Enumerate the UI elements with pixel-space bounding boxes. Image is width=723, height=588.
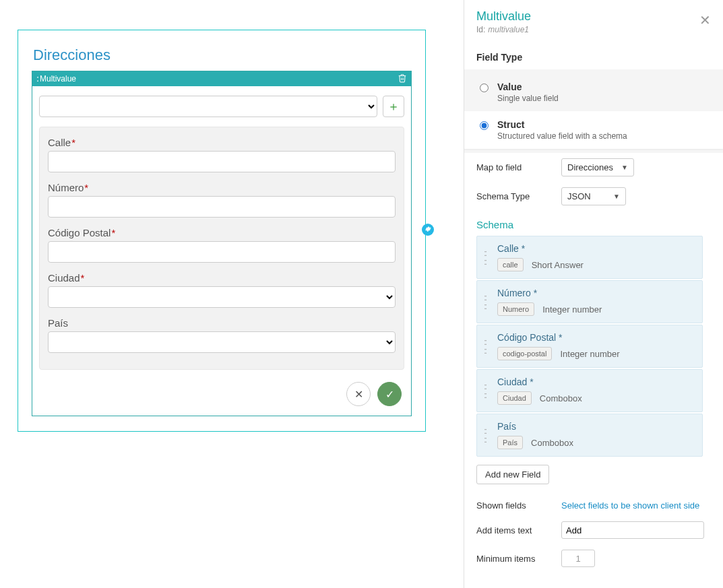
schema-list: Calle *calleShort AnswerNúmero *NumeroIn… (464, 236, 723, 457)
field-label: Ciudad* (48, 272, 396, 284)
field-input[interactable] (48, 241, 396, 263)
add-item-button[interactable]: ＋ (383, 96, 404, 117)
drag-handle-icon[interactable]: ::: (36, 74, 37, 84)
settings-badge[interactable] (422, 224, 434, 236)
schema-heading: Schema (464, 211, 723, 236)
schema-item[interactable]: Ciudad *CiudadCombobox (476, 369, 703, 412)
schema-item-chip: Ciudad (497, 391, 532, 405)
add-items-text-label: Add items text (476, 525, 552, 535)
minimum-items-label: Minimum items (476, 554, 552, 564)
schema-item-title: Calle * (497, 243, 695, 254)
cancel-button[interactable]: ✕ (346, 382, 371, 406)
schema-item-chip: Numero (497, 302, 534, 316)
drag-handle-icon[interactable] (484, 248, 492, 267)
schema-item[interactable]: Código Postal *codigo-postalInteger numb… (476, 325, 703, 368)
schema-item-title: País (497, 421, 695, 432)
section-card[interactable]: Direcciones ::: Multivalue ＋ Ca (18, 30, 426, 432)
field-1: Número* (48, 182, 396, 218)
radio-struct[interactable] (480, 121, 489, 130)
field-2: Código Postal* (48, 227, 396, 263)
schema-item-chip: codigo-postal (497, 347, 552, 360)
field-input[interactable] (48, 196, 396, 218)
plus-icon: ＋ (387, 98, 400, 115)
shown-fields-select[interactable]: Select fields to be shown client side (561, 500, 699, 511)
close-panel-button[interactable]: ✕ (699, 12, 711, 28)
field-label: Calle* (48, 137, 396, 148)
schema-item-title: Ciudad * (497, 377, 695, 387)
section-title: Direcciones (18, 37, 425, 71)
properties-panel: Multivalue Id:multivalue1 ✕ Field Type V… (464, 0, 723, 588)
schema-item-type: Integer number (542, 304, 602, 315)
schema-item-title: Número * (497, 288, 695, 298)
drag-handle-icon[interactable] (484, 426, 492, 445)
field-label: Número* (48, 182, 396, 193)
field-label: Código Postal* (48, 227, 396, 238)
drag-handle-icon[interactable] (484, 292, 492, 311)
panel-id: Id:multivalue1 (476, 25, 711, 34)
schema-item-chip: País (497, 436, 523, 449)
close-icon: ✕ (354, 388, 363, 401)
multivalue-widget[interactable]: ::: Multivalue ＋ Calle*Número*Código Pos… (32, 71, 412, 416)
map-to-field-label: Map to field (476, 162, 552, 172)
field-type-heading: Field Type (464, 40, 723, 69)
schema-item-type: Short Answer (532, 260, 584, 270)
shown-fields-label: Shown fields (476, 500, 552, 511)
multivalue-header[interactable]: ::: Multivalue (32, 71, 411, 86)
multivalue-body: ＋ Calle*Número*Código Postal*Ciudad*País… (32, 86, 411, 416)
panel-title: Multivalue (476, 9, 711, 24)
schema-item[interactable]: PaísPaísCombobox (476, 414, 703, 457)
field-input[interactable] (48, 151, 396, 172)
schema-item-title: Código Postal * (497, 332, 695, 343)
required-marker: * (71, 137, 75, 148)
field-select[interactable] (48, 331, 396, 353)
item-form: Calle*Número*Código Postal*Ciudad*País (39, 127, 404, 370)
chevron-down-icon: ▼ (613, 193, 620, 200)
field-select[interactable] (48, 286, 396, 308)
schema-item-chip: calle (497, 258, 524, 271)
minimum-items-input[interactable] (561, 550, 595, 567)
drag-handle-icon[interactable] (484, 337, 492, 356)
multivalue-header-label: Multivalue (40, 74, 398, 84)
radio-value[interactable] (480, 84, 489, 92)
field-label: País (48, 317, 396, 329)
chevron-down-icon: ▼ (621, 164, 628, 171)
field-type-option-value[interactable]: Value Single value field (464, 73, 723, 111)
field-3: Ciudad* (48, 272, 396, 308)
field-0: Calle* (48, 137, 396, 172)
schema-item[interactable]: Número *NumeroInteger number (476, 280, 703, 323)
field-type-option-struct[interactable]: Struct Structured value field with a sch… (464, 111, 723, 149)
schema-type-dropdown[interactable]: JSON ▼ (561, 187, 626, 205)
field-4: País (48, 317, 396, 353)
schema-item-type: Combobox (540, 393, 582, 403)
schema-item-type: Combobox (531, 438, 573, 448)
schema-item-type: Integer number (560, 349, 619, 359)
map-to-field-dropdown[interactable]: Direcciones ▼ (561, 158, 634, 176)
required-marker: * (81, 272, 85, 284)
confirm-button[interactable]: ✓ (377, 382, 402, 406)
schema-item[interactable]: Calle *calleShort Answer (476, 236, 703, 279)
form-canvas: Direcciones ::: Multivalue ＋ Ca (0, 0, 464, 588)
required-marker: * (111, 227, 115, 238)
drag-handle-icon[interactable] (484, 381, 492, 400)
check-icon: ✓ (385, 388, 394, 401)
add-items-text-input[interactable] (561, 521, 704, 539)
trash-icon[interactable] (398, 73, 407, 85)
field-type-radiogroup: Value Single value field Struct Structur… (464, 69, 723, 153)
close-icon: ✕ (699, 13, 711, 28)
required-marker: * (84, 182, 88, 193)
add-field-button[interactable]: Add new Field (476, 465, 549, 484)
schema-type-label: Schema Type (476, 191, 552, 201)
gear-icon (425, 226, 431, 234)
multivalue-item-select[interactable] (39, 96, 377, 117)
